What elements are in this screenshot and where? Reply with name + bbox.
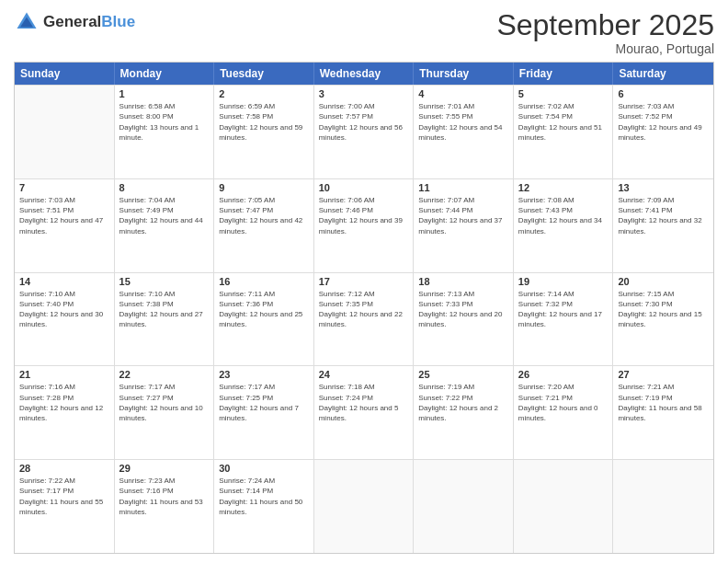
day-number: 20 (618, 276, 709, 287)
calendar-cell: 23Sunrise: 7:17 AMSunset: 7:25 PMDayligh… (214, 366, 314, 459)
day-info: Sunrise: 7:10 AMSunset: 7:40 PMDaylight:… (19, 289, 109, 330)
calendar-cell: 25Sunrise: 7:19 AMSunset: 7:22 PMDayligh… (414, 366, 514, 459)
calendar-cell: 26Sunrise: 7:20 AMSunset: 7:21 PMDayligh… (514, 366, 614, 459)
calendar-cell: 13Sunrise: 7:09 AMSunset: 7:41 PMDayligh… (613, 179, 713, 272)
day-info: Sunrise: 7:08 AMSunset: 7:43 PMDaylight:… (518, 195, 609, 236)
page: GeneralBlue September 2025 Mourao, Portu… (0, 0, 728, 563)
day-info: Sunrise: 7:07 AMSunset: 7:44 PMDaylight:… (418, 195, 508, 236)
calendar-cell: 5Sunrise: 7:02 AMSunset: 7:54 PMDaylight… (514, 86, 614, 178)
calendar-header-cell: Thursday (414, 63, 514, 85)
day-number: 12 (518, 182, 609, 193)
day-number: 18 (418, 276, 508, 287)
calendar-cell: 7Sunrise: 7:03 AMSunset: 7:51 PMDaylight… (15, 179, 115, 272)
calendar-cell: 24Sunrise: 7:18 AMSunset: 7:24 PMDayligh… (314, 366, 415, 459)
day-number: 22 (119, 369, 210, 380)
day-number: 16 (219, 276, 309, 287)
calendar-week-row: 1Sunrise: 6:58 AMSunset: 8:00 PMDaylight… (15, 85, 713, 178)
day-info: Sunrise: 6:59 AMSunset: 7:58 PMDaylight:… (219, 101, 309, 143)
day-number: 6 (618, 88, 709, 99)
day-number: 28 (19, 463, 109, 474)
day-number: 11 (418, 182, 508, 193)
day-number: 10 (319, 182, 409, 193)
day-number: 30 (219, 463, 309, 474)
day-info: Sunrise: 7:24 AMSunset: 7:14 PMDaylight:… (219, 476, 309, 517)
day-number: 14 (19, 276, 109, 287)
calendar-cell: 8Sunrise: 7:04 AMSunset: 7:49 PMDaylight… (115, 179, 215, 272)
calendar-cell: 16Sunrise: 7:11 AMSunset: 7:36 PMDayligh… (214, 273, 314, 366)
main-title: September 2025 (496, 9, 714, 41)
calendar-cell: 22Sunrise: 7:17 AMSunset: 7:27 PMDayligh… (115, 366, 215, 459)
calendar-header-cell: Wednesday (314, 63, 415, 85)
calendar-cell: 29Sunrise: 7:23 AMSunset: 7:16 PMDayligh… (115, 460, 215, 553)
day-info: Sunrise: 7:22 AMSunset: 7:17 PMDaylight:… (19, 476, 109, 517)
day-number: 24 (319, 369, 409, 380)
day-info: Sunrise: 7:09 AMSunset: 7:41 PMDaylight:… (618, 195, 709, 236)
day-info: Sunrise: 7:17 AMSunset: 7:25 PMDaylight:… (219, 382, 309, 423)
calendar-cell: 15Sunrise: 7:10 AMSunset: 7:38 PMDayligh… (115, 273, 215, 366)
day-info: Sunrise: 7:13 AMSunset: 7:33 PMDaylight:… (418, 289, 508, 330)
day-info: Sunrise: 7:19 AMSunset: 7:22 PMDaylight:… (418, 382, 508, 423)
day-info: Sunrise: 7:03 AMSunset: 7:52 PMDaylight:… (618, 101, 709, 143)
calendar-header: SundayMondayTuesdayWednesdayThursdayFrid… (15, 63, 713, 85)
day-number: 15 (119, 276, 210, 287)
logo-icon (14, 9, 40, 35)
calendar-cell: 6Sunrise: 7:03 AMSunset: 7:52 PMDaylight… (613, 86, 713, 178)
calendar-cell (414, 460, 514, 553)
calendar-cell: 2Sunrise: 6:59 AMSunset: 7:58 PMDaylight… (214, 86, 314, 178)
calendar-header-cell: Friday (514, 63, 614, 85)
day-number: 13 (618, 182, 709, 193)
calendar-cell: 4Sunrise: 7:01 AMSunset: 7:55 PMDaylight… (414, 86, 514, 178)
day-info: Sunrise: 7:18 AMSunset: 7:24 PMDaylight:… (319, 382, 409, 423)
logo: GeneralBlue (14, 9, 135, 35)
calendar-week-row: 7Sunrise: 7:03 AMSunset: 7:51 PMDaylight… (15, 178, 713, 272)
day-info: Sunrise: 7:01 AMSunset: 7:55 PMDaylight:… (418, 101, 508, 143)
calendar-cell: 3Sunrise: 7:00 AMSunset: 7:57 PMDaylight… (314, 86, 415, 178)
calendar-cell: 21Sunrise: 7:16 AMSunset: 7:28 PMDayligh… (15, 366, 115, 459)
calendar-cell: 30Sunrise: 7:24 AMSunset: 7:14 PMDayligh… (214, 460, 314, 553)
calendar-cell: 19Sunrise: 7:14 AMSunset: 7:32 PMDayligh… (514, 273, 614, 366)
day-info: Sunrise: 7:02 AMSunset: 7:54 PMDaylight:… (518, 101, 609, 143)
calendar-cell: 11Sunrise: 7:07 AMSunset: 7:44 PMDayligh… (414, 179, 514, 272)
day-number: 8 (119, 182, 210, 193)
day-info: Sunrise: 6:58 AMSunset: 8:00 PMDaylight:… (119, 101, 210, 143)
calendar-header-cell: Sunday (15, 63, 115, 85)
calendar-cell: 9Sunrise: 7:05 AMSunset: 7:47 PMDaylight… (214, 179, 314, 272)
day-info: Sunrise: 7:03 AMSunset: 7:51 PMDaylight:… (19, 195, 109, 236)
day-info: Sunrise: 7:14 AMSunset: 7:32 PMDaylight:… (518, 289, 609, 330)
day-info: Sunrise: 7:12 AMSunset: 7:35 PMDaylight:… (319, 289, 409, 330)
day-info: Sunrise: 7:23 AMSunset: 7:16 PMDaylight:… (119, 476, 210, 517)
day-info: Sunrise: 7:00 AMSunset: 7:57 PMDaylight:… (319, 101, 409, 143)
day-info: Sunrise: 7:05 AMSunset: 7:47 PMDaylight:… (219, 195, 309, 236)
day-info: Sunrise: 7:17 AMSunset: 7:27 PMDaylight:… (119, 382, 210, 423)
calendar-cell: 27Sunrise: 7:21 AMSunset: 7:19 PMDayligh… (613, 366, 713, 459)
day-number: 2 (219, 88, 309, 99)
day-number: 29 (119, 463, 210, 474)
calendar-cell: 17Sunrise: 7:12 AMSunset: 7:35 PMDayligh… (314, 273, 415, 366)
calendar-cell: 1Sunrise: 6:58 AMSunset: 8:00 PMDaylight… (115, 86, 215, 178)
calendar-cell (613, 460, 713, 553)
day-number: 17 (319, 276, 409, 287)
day-info: Sunrise: 7:06 AMSunset: 7:46 PMDaylight:… (319, 195, 409, 236)
day-number: 9 (219, 182, 309, 193)
calendar-cell (314, 460, 415, 553)
calendar-cell (15, 86, 115, 178)
calendar-cell: 10Sunrise: 7:06 AMSunset: 7:46 PMDayligh… (314, 179, 415, 272)
calendar-body: 1Sunrise: 6:58 AMSunset: 8:00 PMDaylight… (15, 85, 713, 553)
day-number: 21 (19, 369, 109, 380)
calendar-header-cell: Tuesday (214, 63, 314, 85)
title-block: September 2025 Mourao, Portugal (496, 9, 714, 56)
calendar: SundayMondayTuesdayWednesdayThursdayFrid… (14, 62, 714, 554)
day-info: Sunrise: 7:10 AMSunset: 7:38 PMDaylight:… (119, 289, 210, 330)
calendar-header-cell: Monday (115, 63, 215, 85)
day-number: 19 (518, 276, 609, 287)
calendar-week-row: 21Sunrise: 7:16 AMSunset: 7:28 PMDayligh… (15, 365, 713, 459)
calendar-cell: 12Sunrise: 7:08 AMSunset: 7:43 PMDayligh… (514, 179, 614, 272)
calendar-week-row: 14Sunrise: 7:10 AMSunset: 7:40 PMDayligh… (15, 272, 713, 366)
subtitle: Mourao, Portugal (496, 41, 714, 56)
day-number: 23 (219, 369, 309, 380)
calendar-week-row: 28Sunrise: 7:22 AMSunset: 7:17 PMDayligh… (15, 459, 713, 553)
calendar-cell (514, 460, 614, 553)
day-info: Sunrise: 7:20 AMSunset: 7:21 PMDaylight:… (518, 382, 609, 423)
day-info: Sunrise: 7:15 AMSunset: 7:30 PMDaylight:… (618, 289, 709, 330)
day-number: 27 (618, 369, 709, 380)
